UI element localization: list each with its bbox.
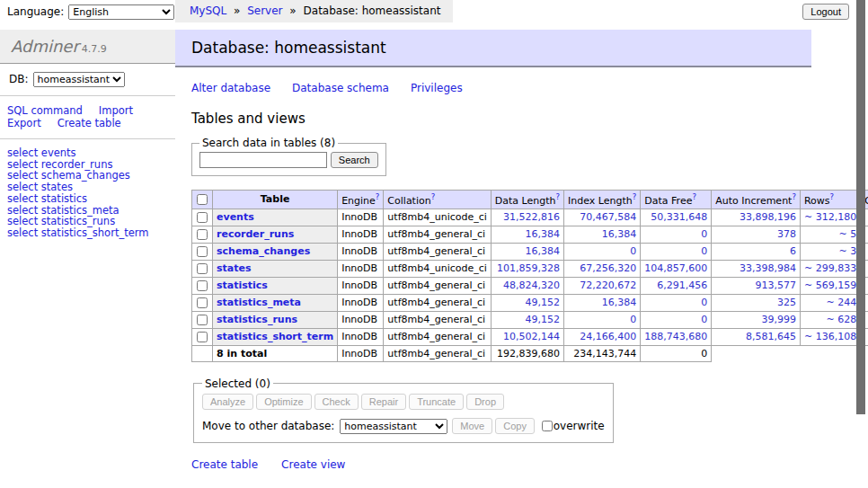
cell-auto-increment[interactable]: 325 (712, 294, 801, 311)
overwrite-checkbox[interactable] (542, 421, 553, 431)
cell-data-length[interactable]: 49,152 (491, 294, 563, 311)
help-icon[interactable]: ? (792, 192, 796, 201)
sidebar-link-sql-command[interactable]: SQL command (7, 104, 83, 117)
cell-index-length[interactable]: 24,166,400 (564, 328, 641, 345)
table-link-events[interactable]: events (217, 211, 254, 223)
table-link-statistics-runs[interactable]: statistics_runs (217, 314, 297, 325)
logout-button[interactable]: Logout (802, 4, 849, 20)
column-header-index-length: Index Length? (564, 191, 641, 209)
cell-rows[interactable]: ~ 136,108 (800, 328, 860, 345)
cell-auto-increment[interactable]: 6 (712, 243, 801, 260)
cell-rows[interactable]: ~ 312,180 (800, 209, 860, 226)
row-checkbox-statistics[interactable] (197, 280, 208, 291)
create-link-create-table[interactable]: Create table (191, 458, 258, 471)
cell-index-length[interactable]: 16,384 (564, 294, 641, 311)
cell-data-free[interactable]: 0 (641, 243, 712, 260)
search-button[interactable]: Search (331, 152, 378, 168)
cell-data-length[interactable]: 48,824,320 (491, 277, 563, 294)
row-checkbox-statistics-meta[interactable] (197, 297, 208, 308)
check-button[interactable]: Check (314, 394, 359, 410)
cell-auto-increment[interactable]: 33,398,984 (712, 260, 801, 277)
cell-data-free[interactable]: 0 (641, 294, 712, 311)
cell-rows[interactable]: ~ 244 (800, 294, 860, 311)
table-link-statistics-meta[interactable]: statistics_meta (217, 297, 301, 308)
breadcrumb-link-server[interactable]: Server (247, 4, 282, 17)
sidebar-select-events[interactable]: select events (7, 147, 168, 159)
cell-index-length[interactable]: 0 (564, 311, 641, 328)
cell-rows[interactable]: ~ 3 (800, 243, 860, 260)
table-link-states[interactable]: states (217, 262, 252, 274)
move-db-select[interactable]: homeassistant (340, 419, 447, 434)
cell-rows[interactable]: ~ 299,833 (800, 260, 860, 277)
cell-data-length[interactable]: 16,384 (491, 243, 563, 260)
sidebar-link-create-table[interactable]: Create table (58, 117, 121, 129)
search-input[interactable] (199, 152, 327, 168)
move-button[interactable]: Move (452, 418, 492, 434)
db-select[interactable]: homeassistant (33, 72, 125, 87)
analyze-button[interactable]: Analyze (202, 394, 253, 410)
sidebar-select-states[interactable]: select states (7, 182, 168, 193)
language-select[interactable]: English (68, 4, 174, 20)
breadcrumb-link-mysql[interactable]: MySQL (190, 4, 226, 17)
table-link-schema-changes[interactable]: schema_changes (217, 245, 310, 257)
help-icon[interactable]: ? (431, 192, 436, 201)
cell-index-length[interactable]: 16,384 (564, 226, 641, 243)
truncate-button[interactable]: Truncate (409, 394, 464, 410)
sidebar-link-export[interactable]: Export (7, 117, 41, 129)
table-link-recorder-runs[interactable]: recorder_runs (217, 228, 294, 240)
row-checkbox-states[interactable] (197, 263, 208, 274)
cell-data-length[interactable]: 49,152 (491, 311, 563, 328)
db-link-privileges[interactable]: Privileges (411, 82, 463, 94)
cell-data-free[interactable]: 104,857,600 (641, 260, 712, 277)
optimize-button[interactable]: Optimize (256, 394, 311, 410)
table-link-statistics[interactable]: statistics (217, 279, 268, 291)
table-link-statistics-short-term[interactable]: statistics_short_term (217, 331, 333, 342)
cell-data-length[interactable]: 31,522,816 (491, 209, 563, 226)
cell-data-free[interactable]: 6,291,456 (641, 277, 712, 294)
row-checkbox-events[interactable] (197, 212, 208, 223)
cell-data-length[interactable]: 101,859,328 (491, 260, 563, 277)
create-link-create-view[interactable]: Create view (281, 458, 345, 471)
row-checkbox-statistics-short-term[interactable] (197, 332, 208, 342)
select-all-checkbox[interactable] (197, 194, 208, 205)
db-link-alter-database[interactable]: Alter database (191, 82, 270, 94)
help-icon[interactable]: ? (556, 192, 561, 201)
cell-auto-increment[interactable]: 913,577 (712, 277, 801, 294)
help-icon[interactable]: ? (376, 192, 380, 201)
db-link-database-schema[interactable]: Database schema (292, 82, 389, 94)
repair-button[interactable]: Repair (361, 394, 406, 410)
cell-index-length[interactable]: 67,256,320 (564, 260, 641, 277)
cell-data-length[interactable]: 10,502,144 (491, 328, 563, 345)
help-icon[interactable]: ? (692, 192, 696, 201)
row-checkbox-recorder-runs[interactable] (197, 229, 208, 240)
vertical-scrollbar[interactable] (856, 0, 865, 414)
cell-index-length[interactable]: 0 (564, 243, 641, 260)
cell-auto-increment[interactable]: 39,999 (712, 311, 801, 328)
cell-index-length[interactable]: 72,220,672 (564, 277, 641, 294)
cell-data-free[interactable]: 0 (641, 226, 712, 243)
help-icon[interactable]: ? (633, 192, 637, 201)
sidebar-select-statistics-short-term[interactable]: select statistics_short_term (7, 227, 168, 239)
cell-auto-increment[interactable]: 378 (712, 226, 801, 243)
sidebar-link-import[interactable]: Import (99, 104, 133, 117)
cell-auto-increment[interactable]: 8,581,645 (712, 328, 801, 345)
page-title: Database: homeassistant (175, 30, 811, 67)
cell-engine: InnoDB (338, 209, 384, 226)
drop-button[interactable]: Drop (466, 394, 504, 410)
cell-rows[interactable]: ~ 569,159 (800, 277, 860, 294)
cell-data-free[interactable]: 0 (641, 311, 712, 328)
db-label: DB: (9, 73, 29, 85)
cell-auto-increment[interactable]: 33,898,196 (712, 209, 801, 226)
row-checkbox-statistics-runs[interactable] (197, 315, 208, 325)
sidebar-select-statistics[interactable]: select statistics (7, 193, 168, 205)
copy-button[interactable]: Copy (495, 418, 535, 434)
help-icon[interactable]: ? (830, 192, 835, 201)
cell-rows[interactable]: ~ 5 (800, 226, 860, 243)
cell-rows[interactable]: ~ 628 (800, 311, 860, 328)
cell-data-free[interactable]: 188,743,680 (641, 328, 712, 345)
search-legend: Search data in tables (8) (199, 137, 338, 149)
cell-index-length[interactable]: 70,467,584 (564, 209, 641, 226)
row-checkbox-schema-changes[interactable] (197, 246, 208, 257)
cell-data-length[interactable]: 16,384 (491, 226, 563, 243)
cell-data-free[interactable]: 50,331,648 (641, 209, 712, 226)
